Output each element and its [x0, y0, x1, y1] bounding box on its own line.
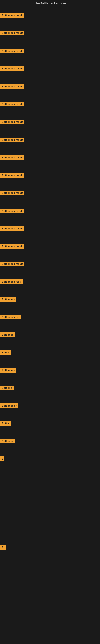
bottleneck-badge-10: Bottleneck result: [0, 173, 24, 178]
site-title: TheBottlenecker.com: [0, 0, 100, 8]
bottleneck-badge-24: Bottle: [0, 421, 11, 426]
bottleneck-badge-23: Bottleneck r: [0, 403, 18, 408]
bottleneck-item-13[interactable]: Bottleneck result: [0, 226, 24, 232]
bottleneck-badge-18: Bottleneck res: [0, 315, 21, 320]
bottleneck-item-17[interactable]: Bottleneck: [0, 297, 16, 302]
bottleneck-badge-27: Bo: [0, 545, 6, 550]
bottleneck-badge-4: Bottleneck result: [0, 66, 24, 71]
bottleneck-item-21[interactable]: Bottleneck: [0, 368, 16, 373]
bottleneck-badge-13: Bottleneck result: [0, 226, 24, 231]
bottleneck-item-8[interactable]: Bottleneck result: [0, 138, 24, 143]
bottleneck-item-22[interactable]: Bottlene: [0, 386, 14, 391]
bottleneck-badge-20: Bottle: [0, 350, 11, 355]
bottleneck-item-2[interactable]: Bottleneck result: [0, 30, 24, 36]
bottleneck-item-10[interactable]: Bottleneck result: [0, 173, 24, 178]
bottleneck-badge-22: Bottlene: [0, 386, 14, 390]
bottleneck-item-12[interactable]: Bottleneck result: [0, 209, 24, 214]
bottleneck-badge-3: Bottleneck result: [0, 49, 24, 53]
bottleneck-badge-15: Bottleneck result: [0, 262, 24, 266]
bottleneck-item-20[interactable]: Bottle: [0, 350, 11, 356]
bottleneck-badge-25: Bottlenec: [0, 439, 15, 443]
bottleneck-badge-21: Bottleneck: [0, 368, 16, 372]
bottleneck-badge-26: B: [0, 456, 4, 461]
bottleneck-badge-12: Bottleneck result: [0, 209, 24, 213]
bottleneck-item-25[interactable]: Bottlenec: [0, 439, 15, 444]
bottleneck-item-24[interactable]: Bottle: [0, 421, 11, 426]
bottleneck-item-19[interactable]: Bottlenec: [0, 332, 15, 338]
bottleneck-item-6[interactable]: Bottleneck result: [0, 102, 24, 107]
bottleneck-item-1[interactable]: Bottleneck result: [0, 13, 24, 18]
bottleneck-badge-8: Bottleneck result: [0, 138, 24, 142]
bottleneck-item-23[interactable]: Bottleneck r: [0, 403, 18, 409]
bottleneck-badge-9: Bottleneck result: [0, 155, 24, 160]
bottleneck-badge-7: Bottleneck result: [0, 120, 24, 124]
bottleneck-item-15[interactable]: Bottleneck result: [0, 262, 24, 267]
bottleneck-badge-1: Bottleneck result: [0, 13, 24, 18]
bottleneck-badge-14: Bottleneck result: [0, 244, 24, 248]
bottleneck-badge-5: Bottleneck result: [0, 84, 24, 89]
bottleneck-item-26[interactable]: B: [0, 456, 4, 462]
bottleneck-item-11[interactable]: Bottleneck result: [0, 190, 24, 196]
bottleneck-item-9[interactable]: Bottleneck result: [0, 155, 24, 160]
bottleneck-item-7[interactable]: Bottleneck result: [0, 120, 24, 125]
bottleneck-badge-17: Bottleneck: [0, 297, 16, 302]
bottleneck-badge-19: Bottlenec: [0, 332, 15, 337]
bottleneck-badge-16: Bottleneck resu: [0, 279, 23, 284]
bottleneck-item-16[interactable]: Bottleneck resu: [0, 279, 23, 285]
bottleneck-item-4[interactable]: Bottleneck result: [0, 66, 24, 72]
bottleneck-item-3[interactable]: Bottleneck result: [0, 49, 24, 54]
bottleneck-item-14[interactable]: Bottleneck result: [0, 244, 24, 249]
bottleneck-badge-6: Bottleneck result: [0, 102, 24, 106]
bottleneck-item-27[interactable]: Bo: [0, 545, 6, 550]
bottleneck-badge-2: Bottleneck result: [0, 30, 24, 35]
bottleneck-item-5[interactable]: Bottleneck result: [0, 84, 24, 90]
bottleneck-badge-11: Bottleneck result: [0, 190, 24, 195]
bottleneck-item-18[interactable]: Bottleneck res: [0, 315, 21, 320]
